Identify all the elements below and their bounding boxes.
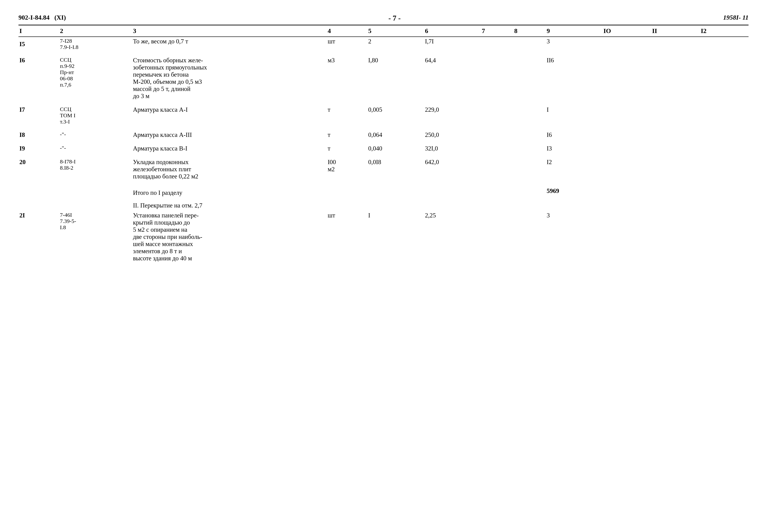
row-col5: 0,005 — [367, 105, 424, 126]
column-header-row: I 2 3 4 5 6 7 8 9 IO II I2 — [18, 25, 749, 37]
row-desc: Итого по I разделу — [132, 186, 327, 198]
row-col6: 2,25 — [424, 211, 481, 263]
row-col5: 0,0I8 — [367, 158, 424, 181]
row-unit — [327, 186, 367, 198]
row-ref: 8-I78-I8.I8-2 — [59, 158, 132, 181]
col-header-7: 7 — [481, 25, 513, 37]
col-header-11: II — [651, 25, 700, 37]
table-row: 208-I78-I8.I8-2Укладка подоконныхжелезоб… — [18, 158, 749, 181]
col-header-1: I — [18, 25, 59, 37]
row-ref: 7-I287.9-I-I.8 — [59, 37, 132, 51]
spacer-row — [18, 153, 749, 158]
row-desc: II. Перекрытие на отм. 2,7 — [132, 198, 327, 211]
row-col11 — [651, 211, 700, 263]
col-header-6: 6 — [424, 25, 481, 37]
row-col5 — [367, 198, 424, 211]
row-col6: 642,0 — [424, 158, 481, 181]
row-col10 — [603, 158, 651, 181]
col-header-9: 9 — [546, 25, 603, 37]
row-col7 — [481, 105, 513, 126]
row-col8 — [513, 37, 546, 51]
row-col5: 2 — [367, 37, 424, 51]
row-col7 — [481, 37, 513, 51]
row-col10 — [603, 130, 651, 139]
col-header-12: I2 — [700, 25, 749, 37]
row-col9: I6 — [546, 130, 603, 139]
row-col12 — [700, 211, 749, 263]
spacer-row — [18, 126, 749, 130]
row-col12 — [700, 130, 749, 139]
row-col5: 0,064 — [367, 130, 424, 139]
row-col7 — [481, 186, 513, 198]
row-ref: 7-46I7.39-5-I.8 — [59, 211, 132, 263]
col-header-3: 3 — [132, 25, 327, 37]
row-col8 — [513, 211, 546, 263]
doc-ref: 1958I- 11 — [723, 14, 749, 21]
col-header-2: 2 — [59, 25, 132, 37]
row-col6: 250,0 — [424, 130, 481, 139]
row-col11 — [651, 186, 700, 198]
row-unit: м3 — [327, 56, 367, 101]
row-col7 — [481, 130, 513, 139]
table-row: I7ССЦТОМ Iт.3-IАрматура класса А-Iт0,005… — [18, 105, 749, 126]
row-col12 — [700, 56, 749, 101]
row-col7 — [481, 158, 513, 181]
row-col8 — [513, 198, 546, 211]
table-row: II. Перекрытие на отм. 2,7 — [18, 198, 749, 211]
table-row: Итого по I разделу5969 — [18, 186, 749, 198]
col-header-8: 8 — [513, 25, 546, 37]
row-ref: ССЦТОМ Iт.3-I — [59, 105, 132, 126]
doc-number: 902-I-84.84 (XI) — [18, 14, 66, 21]
row-col9: I — [546, 105, 603, 126]
table-row: I8-"-Арматура класса А-IIIт0,064250,0I6 — [18, 130, 749, 139]
spacer-row — [18, 139, 749, 144]
row-col11 — [651, 105, 700, 126]
row-ref: ССЦп.9-92Пр-нт06-08п.7,6 — [59, 56, 132, 101]
row-col12 — [700, 105, 749, 126]
row-col7 — [481, 144, 513, 153]
row-desc: Стоимость оборных желе-зобетонных прямоу… — [132, 56, 327, 101]
row-desc: То же, весом до 0,7 т — [132, 37, 327, 51]
row-col9: 3 — [546, 37, 603, 51]
row-desc: Арматура класса А-III — [132, 130, 327, 139]
row-col11 — [651, 158, 700, 181]
row-number: I5 — [18, 37, 59, 51]
col-header-5: 5 — [367, 25, 424, 37]
row-desc: Установка панелей пере-крытий площадью д… — [132, 211, 327, 263]
row-col12 — [700, 37, 749, 51]
doc-id: 902-I-84.84 — [18, 14, 50, 21]
row-col5 — [367, 186, 424, 198]
row-col11 — [651, 56, 700, 101]
row-col6: 64,4 — [424, 56, 481, 101]
row-col8 — [513, 144, 546, 153]
row-col10 — [603, 186, 651, 198]
row-desc: Арматура класса А-I — [132, 105, 327, 126]
row-number: 2I — [18, 211, 59, 263]
row-number: 20 — [18, 158, 59, 181]
row-col9: 3 — [546, 211, 603, 263]
row-unit: т — [327, 105, 367, 126]
row-desc: Арматура класса В-I — [132, 144, 327, 153]
table-row: I57-I287.9-I-I.8То же, весом до 0,7 тшт2… — [18, 37, 749, 51]
row-col8 — [513, 105, 546, 126]
row-col8 — [513, 158, 546, 181]
col-header-10: IO — [603, 25, 651, 37]
row-desc: Укладка подоконныхжелезобетонных плитпло… — [132, 158, 327, 181]
row-col6: I,7I — [424, 37, 481, 51]
row-number — [18, 198, 59, 211]
row-col8 — [513, 130, 546, 139]
spacer-row — [18, 101, 749, 105]
page-header: 902-I-84.84 (XI) - 7 - 1958I- 11 — [18, 14, 749, 22]
row-col11 — [651, 130, 700, 139]
row-number: I7 — [18, 105, 59, 126]
row-ref — [59, 198, 132, 211]
row-col11 — [651, 198, 700, 211]
row-unit: шт — [327, 37, 367, 51]
row-number: I8 — [18, 130, 59, 139]
row-col5: I — [367, 211, 424, 263]
row-col9: I2 — [546, 158, 603, 181]
row-col7 — [481, 211, 513, 263]
row-ref: -"- — [59, 130, 132, 139]
row-col5: 0,040 — [367, 144, 424, 153]
row-col12 — [700, 198, 749, 211]
